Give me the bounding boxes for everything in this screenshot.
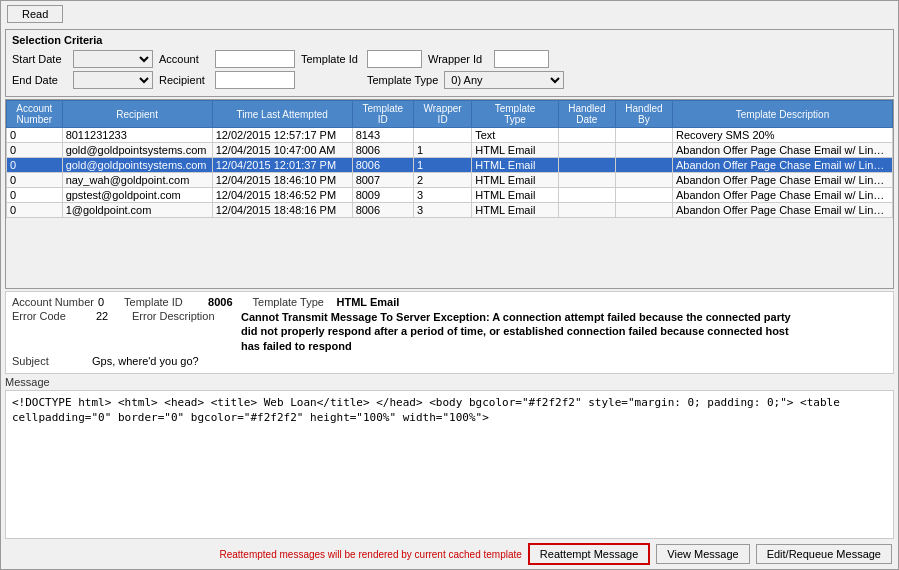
detail-error-desc-value: Cannot Transmit Message To Server Except… <box>241 310 791 353</box>
detail-row-top: Account Number 0 Template ID 8006 Templa… <box>12 296 887 308</box>
template-id-input[interactable] <box>367 50 422 68</box>
template-id-label: Template Id <box>301 53 361 65</box>
start-date-label: Start Date <box>12 53 67 65</box>
message-label: Message <box>5 376 894 388</box>
col-template-id: TemplateID <box>352 101 413 128</box>
account-input[interactable] <box>215 50 295 68</box>
col-account-number: AccountNumber <box>7 101 63 128</box>
data-table-section: AccountNumber Recipient Time Last Attemp… <box>5 99 894 289</box>
table-row[interactable]: 0gpstest@goldpoint.com12/04/2015 18:46:5… <box>7 188 893 203</box>
detail-type-group: Template Type HTML Email <box>253 296 400 308</box>
col-template-type: TemplateType <box>472 101 559 128</box>
detail-subject-value: Gps, where'd you go? <box>92 355 199 367</box>
detail-error-code-label: Error Code <box>12 310 92 322</box>
wrapper-id-label: Wrapper Id <box>428 53 488 65</box>
message-content[interactable]: <!DOCTYPE html> <html> <head> <title> We… <box>5 390 894 539</box>
edit-requeue-button[interactable]: Edit/Requeue Message <box>756 544 892 564</box>
table-row[interactable]: 0gold@goldpointsystems.com12/04/2015 10:… <box>7 143 893 158</box>
end-date-label: End Date <box>12 74 67 86</box>
col-time: Time Last Attempted <box>212 101 352 128</box>
main-container: Read Selection Criteria Start Date Accou… <box>0 0 899 570</box>
col-wrapper-id: WrapperID <box>413 101 471 128</box>
detail-subject-label: Subject <box>12 355 92 367</box>
col-handled-date: HandledDate <box>558 101 615 128</box>
detail-type-label: Template Type <box>253 296 333 308</box>
section-title: Selection Criteria <box>12 34 887 46</box>
detail-template-value: 8006 <box>208 296 232 308</box>
recipient-input[interactable] <box>215 71 295 89</box>
col-template-desc: Template Description <box>673 101 893 128</box>
detail-error-desc-group: Error Description Cannot Transmit Messag… <box>132 310 791 353</box>
template-type-select[interactable]: 0) Any <box>444 71 564 89</box>
table-scroll-wrapper[interactable]: AccountNumber Recipient Time Last Attemp… <box>6 100 893 288</box>
criteria-row-1: Start Date Account Template Id Wrapper I… <box>12 50 887 68</box>
bottom-bar: Reattempted messages will be rendered by… <box>1 539 898 569</box>
detail-account-group: Account Number 0 <box>12 296 104 308</box>
table-row[interactable]: 0801123123312/02/2015 12:57:17 PM8143Tex… <box>7 128 893 143</box>
wrapper-id-input[interactable] <box>494 50 549 68</box>
col-handled-by: HandledBy <box>615 101 672 128</box>
detail-template-label: Template ID <box>124 296 204 308</box>
table-row[interactable]: 01@goldpoint.com12/04/2015 18:48:16 PM80… <box>7 203 893 218</box>
table-row[interactable]: 0gold@goldpointsystems.com12/04/2015 12:… <box>7 158 893 173</box>
detail-account-label: Account Number <box>12 296 94 308</box>
account-label: Account <box>159 53 209 65</box>
message-section: Message <!DOCTYPE html> <html> <head> <t… <box>5 376 894 539</box>
selection-criteria-section: Selection Criteria Start Date Account Te… <box>5 29 894 97</box>
detail-error-code-group: Error Code 22 <box>12 310 132 322</box>
detail-subject-row: Subject Gps, where'd you go? <box>12 355 887 367</box>
start-date-input[interactable] <box>73 50 153 68</box>
detail-error-row: Error Code 22 Error Description Cannot T… <box>12 310 887 353</box>
detail-template-group: Template ID 8006 <box>124 296 232 308</box>
col-recipient: Recipient <box>62 101 212 128</box>
recipient-label: Recipient <box>159 74 209 86</box>
detail-error-code-value: 22 <box>96 310 108 322</box>
read-button[interactable]: Read <box>7 5 63 23</box>
detail-account-value: 0 <box>98 296 104 308</box>
top-bar: Read <box>1 1 898 27</box>
detail-error-desc-label: Error Description <box>132 310 237 322</box>
template-type-label: Template Type <box>367 74 438 86</box>
table-row[interactable]: 0nay_wah@goldpoint.com12/04/2015 18:46:1… <box>7 173 893 188</box>
reattempt-note: Reattempted messages will be rendered by… <box>7 549 522 560</box>
detail-section: Account Number 0 Template ID 8006 Templa… <box>5 291 894 374</box>
criteria-row-2: End Date Recipient Template Type 0) Any <box>12 71 887 89</box>
detail-type-value: HTML Email <box>337 296 400 308</box>
end-date-input[interactable] <box>73 71 153 89</box>
view-message-button[interactable]: View Message <box>656 544 749 564</box>
reattempt-message-button[interactable]: Reattempt Message <box>528 543 650 565</box>
data-table: AccountNumber Recipient Time Last Attemp… <box>6 100 893 218</box>
